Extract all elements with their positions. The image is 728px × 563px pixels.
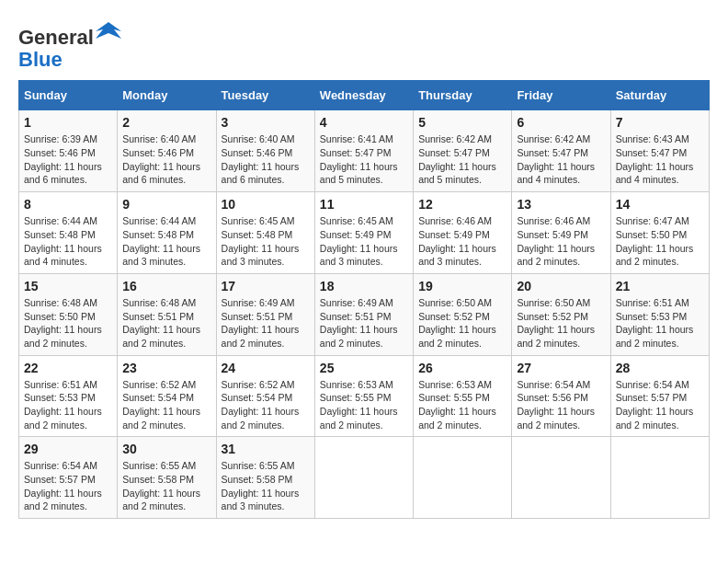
calendar-cell: 3Sunrise: 6:40 AMSunset: 5:46 PMDaylight… [216,110,314,192]
day-info: Sunrise: 6:45 AMSunset: 5:49 PMDaylight:… [320,214,408,269]
day-number: 11 [320,197,408,212]
calendar-table: SundayMondayTuesdayWednesdayThursdayFrid… [18,80,710,519]
calendar-header-row: SundayMondayTuesdayWednesdayThursdayFrid… [19,81,710,110]
day-info: Sunrise: 6:49 AMSunset: 5:51 PMDaylight:… [320,296,408,350]
day-number: 23 [122,361,210,375]
logo-text: General Blue [18,18,121,71]
calendar-body: 1Sunrise: 6:39 AMSunset: 5:46 PMDaylight… [19,110,710,519]
day-info: Sunrise: 6:48 AMSunset: 5:50 PMDaylight:… [24,296,112,350]
logo-bird-icon [96,18,121,44]
day-header-wednesday: Wednesday [314,81,413,110]
calendar-cell: 27Sunrise: 6:54 AMSunset: 5:56 PMDayligh… [512,355,610,437]
day-number: 3 [222,115,310,130]
day-info: Sunrise: 6:45 AMSunset: 5:48 PMDaylight:… [222,214,310,269]
logo-blue-text: Blue [18,48,63,71]
day-number: 30 [122,442,210,456]
day-info: Sunrise: 6:40 AMSunset: 5:46 PMDaylight:… [122,132,210,187]
calendar-cell: 4Sunrise: 6:41 AMSunset: 5:47 PMDaylight… [314,110,413,192]
day-info: Sunrise: 6:54 AMSunset: 5:57 PMDaylight:… [24,459,112,513]
day-header-tuesday: Tuesday [216,81,314,110]
calendar-week-row: 22Sunrise: 6:51 AMSunset: 5:53 PMDayligh… [19,355,710,437]
calendar-cell: 16Sunrise: 6:48 AMSunset: 5:51 PMDayligh… [118,273,216,355]
day-info: Sunrise: 6:51 AMSunset: 5:53 PMDaylight:… [24,378,112,432]
calendar-cell: 18Sunrise: 6:49 AMSunset: 5:51 PMDayligh… [314,273,413,355]
calendar-week-row: 8Sunrise: 6:44 AMSunset: 5:48 PMDaylight… [19,192,710,274]
calendar-week-row: 15Sunrise: 6:48 AMSunset: 5:50 PMDayligh… [19,273,710,355]
day-number: 16 [122,279,210,293]
day-header-friday: Friday [512,81,610,110]
calendar-cell: 15Sunrise: 6:48 AMSunset: 5:50 PMDayligh… [19,273,118,355]
day-info: Sunrise: 6:50 AMSunset: 5:52 PMDaylight:… [517,296,605,350]
day-number: 14 [616,197,704,212]
calendar-cell: 20Sunrise: 6:50 AMSunset: 5:52 PMDayligh… [512,273,610,355]
calendar-cell: 2Sunrise: 6:40 AMSunset: 5:46 PMDaylight… [118,110,216,192]
calendar-cell: 9Sunrise: 6:44 AMSunset: 5:48 PMDaylight… [118,192,216,274]
day-number: 4 [320,115,408,130]
day-info: Sunrise: 6:41 AMSunset: 5:47 PMDaylight:… [320,132,408,187]
svg-marker-0 [96,22,121,39]
calendar-cell: 11Sunrise: 6:45 AMSunset: 5:49 PMDayligh… [314,192,413,274]
day-info: Sunrise: 6:43 AMSunset: 5:47 PMDaylight:… [616,132,704,187]
calendar-cell: 25Sunrise: 6:53 AMSunset: 5:55 PMDayligh… [314,355,413,437]
day-info: Sunrise: 6:46 AMSunset: 5:49 PMDaylight:… [517,214,605,269]
day-number: 2 [122,115,210,130]
day-number: 21 [616,279,704,293]
day-info: Sunrise: 6:49 AMSunset: 5:51 PMDaylight:… [222,296,310,350]
calendar-week-row: 29Sunrise: 6:54 AMSunset: 5:57 PMDayligh… [19,437,710,519]
day-number: 17 [222,279,310,293]
day-info: Sunrise: 6:48 AMSunset: 5:51 PMDaylight:… [122,296,210,350]
page-header: General Blue [18,18,710,71]
calendar-cell [512,437,610,519]
day-number: 22 [24,361,112,375]
day-header-thursday: Thursday [414,81,512,110]
calendar-cell: 7Sunrise: 6:43 AMSunset: 5:47 PMDaylight… [610,110,709,192]
logo: General Blue [18,18,121,71]
calendar-cell: 14Sunrise: 6:47 AMSunset: 5:50 PMDayligh… [610,192,709,274]
day-info: Sunrise: 6:54 AMSunset: 5:57 PMDaylight:… [616,378,704,432]
calendar-cell: 12Sunrise: 6:46 AMSunset: 5:49 PMDayligh… [414,192,512,274]
day-number: 7 [616,115,704,130]
day-number: 28 [616,361,704,375]
calendar-cell: 21Sunrise: 6:51 AMSunset: 5:53 PMDayligh… [610,273,709,355]
day-number: 25 [320,361,408,375]
calendar-cell: 6Sunrise: 6:42 AMSunset: 5:47 PMDaylight… [512,110,610,192]
day-info: Sunrise: 6:42 AMSunset: 5:47 PMDaylight:… [517,132,605,187]
day-number: 5 [418,115,506,130]
day-info: Sunrise: 6:53 AMSunset: 5:55 PMDaylight:… [320,378,408,432]
day-number: 12 [418,197,506,212]
day-info: Sunrise: 6:40 AMSunset: 5:46 PMDaylight:… [222,132,310,187]
day-info: Sunrise: 6:55 AMSunset: 5:58 PMDaylight:… [122,459,210,513]
day-info: Sunrise: 6:53 AMSunset: 5:55 PMDaylight:… [418,378,506,432]
calendar-cell: 5Sunrise: 6:42 AMSunset: 5:47 PMDaylight… [414,110,512,192]
day-number: 9 [122,197,210,212]
day-info: Sunrise: 6:52 AMSunset: 5:54 PMDaylight:… [122,378,210,432]
calendar-cell: 22Sunrise: 6:51 AMSunset: 5:53 PMDayligh… [19,355,118,437]
day-number: 29 [24,442,112,456]
calendar-cell: 26Sunrise: 6:53 AMSunset: 5:55 PMDayligh… [414,355,512,437]
calendar-cell: 23Sunrise: 6:52 AMSunset: 5:54 PMDayligh… [118,355,216,437]
day-number: 8 [24,197,112,212]
calendar-cell: 10Sunrise: 6:45 AMSunset: 5:48 PMDayligh… [216,192,314,274]
calendar-cell: 19Sunrise: 6:50 AMSunset: 5:52 PMDayligh… [414,273,512,355]
calendar-week-row: 1Sunrise: 6:39 AMSunset: 5:46 PMDaylight… [19,110,710,192]
calendar-cell: 13Sunrise: 6:46 AMSunset: 5:49 PMDayligh… [512,192,610,274]
day-header-monday: Monday [118,81,216,110]
calendar-cell: 31Sunrise: 6:55 AMSunset: 5:58 PMDayligh… [216,437,314,519]
day-header-sunday: Sunday [19,81,118,110]
logo-general: General [18,26,94,49]
day-info: Sunrise: 6:47 AMSunset: 5:50 PMDaylight:… [616,214,704,269]
day-info: Sunrise: 6:55 AMSunset: 5:58 PMDaylight:… [222,459,310,513]
day-info: Sunrise: 6:42 AMSunset: 5:47 PMDaylight:… [418,132,506,187]
day-number: 6 [517,115,605,130]
day-number: 31 [222,442,310,456]
day-header-saturday: Saturday [610,81,709,110]
calendar-cell: 24Sunrise: 6:52 AMSunset: 5:54 PMDayligh… [216,355,314,437]
day-number: 24 [222,361,310,375]
calendar-cell: 30Sunrise: 6:55 AMSunset: 5:58 PMDayligh… [118,437,216,519]
calendar-cell: 8Sunrise: 6:44 AMSunset: 5:48 PMDaylight… [19,192,118,274]
day-info: Sunrise: 6:39 AMSunset: 5:46 PMDaylight:… [24,132,112,187]
day-info: Sunrise: 6:46 AMSunset: 5:49 PMDaylight:… [418,214,506,269]
day-number: 15 [24,279,112,293]
day-number: 26 [418,361,506,375]
day-number: 10 [222,197,310,212]
